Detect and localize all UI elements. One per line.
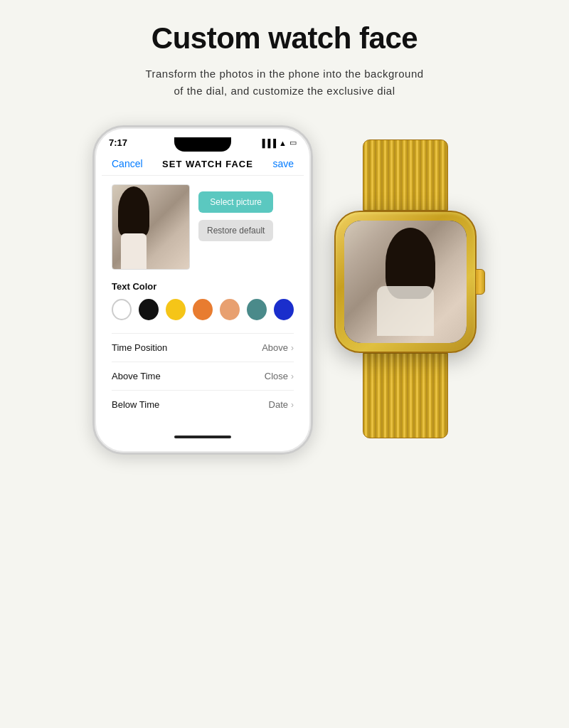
phone-app-header: Cancel SET WATCH FACE save xyxy=(102,152,304,176)
restore-default-button[interactable]: Restore default xyxy=(198,220,273,241)
setting-row-below-time[interactable]: Below Time Date › xyxy=(112,390,294,418)
wifi-icon: ▲ xyxy=(279,139,287,147)
phone-notch xyxy=(174,137,231,152)
phone-content: Select picture Restore default Text Colo… xyxy=(102,176,304,427)
setting-row-above-time[interactable]: Above Time Close › xyxy=(112,362,294,390)
screen-title: SET WATCH FACE xyxy=(162,159,253,169)
phone-device: 7:17 ▐▐▐ ▲ ▭ Cancel SET WATCH FACE save xyxy=(92,125,313,455)
photo-body xyxy=(121,233,147,269)
chevron-right-icon: › xyxy=(291,371,294,381)
color-swatch-blue[interactable] xyxy=(274,299,294,320)
select-picture-button[interactable]: Select picture xyxy=(198,191,273,213)
chevron-right-icon: › xyxy=(291,343,294,353)
color-swatch-orange[interactable] xyxy=(193,299,213,320)
save-button[interactable]: save xyxy=(272,158,294,169)
color-swatches xyxy=(112,299,294,320)
color-swatch-yellow[interactable] xyxy=(166,299,186,320)
phone-home-bar xyxy=(174,436,231,438)
phone-time: 7:17 xyxy=(109,137,127,148)
cancel-button[interactable]: Cancel xyxy=(112,158,143,169)
color-swatch-white[interactable] xyxy=(112,299,132,320)
signal-icon: ▐▐▐ xyxy=(260,139,276,147)
above-time-value: Close › xyxy=(265,371,294,381)
phone-screen: Cancel SET WATCH FACE save Select pictur… xyxy=(102,152,304,427)
page-subtitle: Transform the photos in the phone into t… xyxy=(145,65,423,100)
battery-icon: ▭ xyxy=(289,138,297,147)
below-time-value: Date › xyxy=(269,399,294,410)
watch-band-bottom xyxy=(363,353,448,438)
photo-hair xyxy=(118,186,149,236)
image-row: Select picture Restore default xyxy=(112,184,294,270)
time-position-value: Above › xyxy=(262,342,294,353)
watch-case xyxy=(334,211,477,353)
page-title: Custom watch face xyxy=(151,21,418,56)
watch-band-top xyxy=(363,139,448,211)
photo-buttons: Select picture Restore default xyxy=(198,184,273,241)
above-time-label: Above Time xyxy=(112,371,161,381)
color-swatch-teal[interactable] xyxy=(247,299,267,320)
preview-photo xyxy=(112,184,190,270)
time-position-label: Time Position xyxy=(112,342,167,353)
watch-screen xyxy=(344,221,467,343)
watch-device xyxy=(334,139,477,438)
phone-status-icons: ▐▐▐ ▲ ▭ xyxy=(260,138,297,147)
color-swatch-black[interactable] xyxy=(139,299,159,320)
text-color-label: Text Color xyxy=(112,281,294,292)
setting-row-time-position[interactable]: Time Position Above › xyxy=(112,333,294,362)
watch-crown xyxy=(475,269,485,295)
chevron-right-icon: › xyxy=(291,400,294,410)
watch-photo-body xyxy=(377,286,434,336)
watch-photo xyxy=(344,221,467,343)
below-time-label: Below Time xyxy=(112,399,159,410)
color-swatch-light-orange[interactable] xyxy=(220,299,240,320)
devices-row: 7:17 ▐▐▐ ▲ ▭ Cancel SET WATCH FACE save xyxy=(14,125,555,455)
